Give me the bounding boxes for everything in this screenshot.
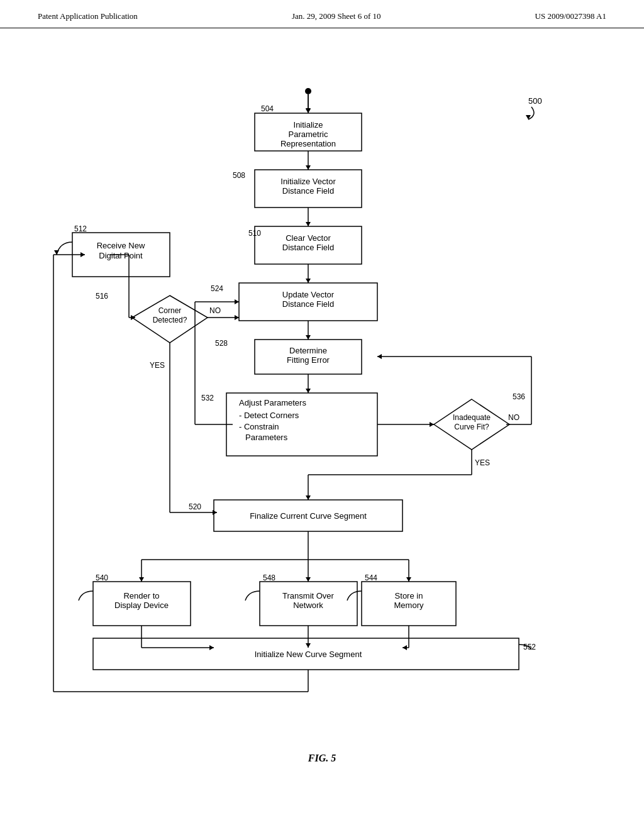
svg-marker-49 xyxy=(406,577,411,582)
svg-text:- Constrain: - Constrain xyxy=(239,422,279,431)
svg-text:Distance Field: Distance Field xyxy=(282,243,334,252)
svg-text:Initialize Vector: Initialize Vector xyxy=(280,177,336,186)
label-504: 504 xyxy=(261,104,274,113)
svg-text:Inadequate: Inadequate xyxy=(453,413,491,422)
svg-text:Adjust Parameters: Adjust Parameters xyxy=(239,398,306,407)
svg-text:Detected?: Detected? xyxy=(153,316,187,324)
svg-text:- Detect Corners: - Detect Corners xyxy=(239,411,299,420)
svg-marker-11 xyxy=(306,389,311,393)
svg-text:Parameters: Parameters xyxy=(245,433,288,442)
svg-text:528: 528 xyxy=(215,339,228,348)
svg-text:Display Device: Display Device xyxy=(114,600,169,610)
svg-text:Distance Field: Distance Field xyxy=(282,299,334,309)
diagram-container: YES NO YES NO xyxy=(0,35,644,777)
svg-marker-7 xyxy=(306,279,311,283)
svg-text:Initialize New Curve Segment: Initialize New Curve Segment xyxy=(255,650,362,659)
svg-text:Digital Point: Digital Point xyxy=(99,251,143,260)
svg-marker-18 xyxy=(306,495,311,500)
svg-text:536: 536 xyxy=(513,392,525,401)
flowchart-svg: YES NO YES NO xyxy=(0,35,644,777)
svg-text:Receive New: Receive New xyxy=(97,241,145,250)
svg-marker-44 xyxy=(139,577,144,582)
svg-text:Determine: Determine xyxy=(289,346,327,355)
svg-marker-31 xyxy=(213,510,217,515)
svg-marker-93 xyxy=(54,250,59,255)
svg-text:540: 540 xyxy=(96,573,108,582)
svg-text:Update Vector: Update Vector xyxy=(282,290,335,299)
svg-text:YES: YES xyxy=(475,458,490,467)
svg-text:Clear Vector: Clear Vector xyxy=(286,233,331,243)
svg-text:520: 520 xyxy=(189,502,201,511)
svg-text:510: 510 xyxy=(248,229,261,238)
svg-text:Curve Fit?: Curve Fit? xyxy=(454,423,489,431)
header-right: US 2009/0027398 A1 xyxy=(535,11,606,21)
svg-text:NO: NO xyxy=(508,413,519,422)
svg-text:Store in: Store in xyxy=(395,591,423,600)
figure-caption: FIG. 5 xyxy=(0,753,644,764)
svg-marker-52 xyxy=(209,645,214,650)
svg-marker-46 xyxy=(306,577,311,582)
svg-text:Network: Network xyxy=(293,600,323,610)
svg-marker-57 xyxy=(402,645,407,650)
header-left: Patent Application Publication xyxy=(38,11,138,21)
label-500: 500 xyxy=(528,96,542,106)
svg-marker-34 xyxy=(235,315,239,320)
svg-marker-3 xyxy=(306,165,311,170)
svg-text:524: 524 xyxy=(211,284,223,293)
svg-marker-27 xyxy=(235,299,239,304)
svg-text:Finalize Current Curve Segment: Finalize Current Curve Segment xyxy=(250,511,367,521)
svg-marker-23 xyxy=(377,354,382,359)
svg-text:Memory: Memory xyxy=(394,600,424,610)
svg-text:Fitting Error: Fitting Error xyxy=(287,355,330,365)
svg-text:Render to: Render to xyxy=(123,591,159,600)
svg-text:532: 532 xyxy=(201,394,214,402)
svg-text:Representation: Representation xyxy=(280,139,336,148)
svg-text:Corner: Corner xyxy=(158,306,182,315)
svg-text:NO: NO xyxy=(209,306,221,315)
svg-text:512: 512 xyxy=(74,224,87,233)
svg-text:508: 508 xyxy=(233,171,245,180)
svg-text:544: 544 xyxy=(365,573,377,582)
svg-marker-9 xyxy=(306,335,311,340)
header-center: Jan. 29, 2009 Sheet 6 of 10 xyxy=(292,11,381,21)
svg-text:516: 516 xyxy=(96,292,108,301)
svg-marker-40 xyxy=(80,252,85,257)
svg-text:Transmit Over: Transmit Over xyxy=(282,591,335,600)
svg-marker-54 xyxy=(306,643,311,648)
svg-marker-65 xyxy=(306,108,311,113)
svg-marker-5 xyxy=(306,222,311,226)
patent-header: Patent Application Publication Jan. 29, … xyxy=(0,0,644,28)
svg-text:548: 548 xyxy=(263,573,275,582)
svg-text:Distance Field: Distance Field xyxy=(282,186,334,196)
svg-text:Parametric: Parametric xyxy=(289,130,328,139)
node-504-text: Initialize xyxy=(294,120,323,130)
svg-text:YES: YES xyxy=(150,361,165,370)
svg-point-66 xyxy=(305,88,311,94)
